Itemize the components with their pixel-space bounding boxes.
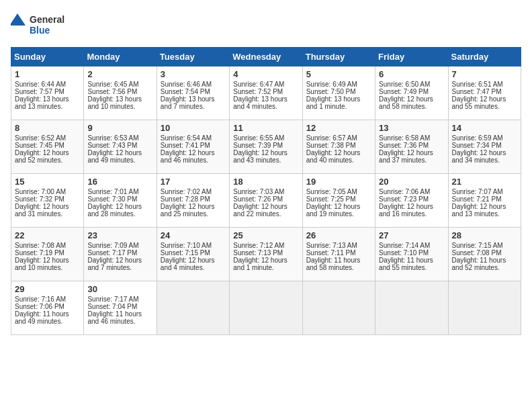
cell-text: and 55 minutes.	[379, 264, 444, 271]
calendar-cell: 11Sunrise: 6:55 AMSunset: 7:39 PMDayligh…	[230, 120, 302, 174]
calendar-cell: 25Sunrise: 7:12 AMSunset: 7:13 PMDayligh…	[230, 228, 302, 281]
calendar-cell: 3Sunrise: 6:46 AMSunset: 7:54 PMDaylight…	[157, 66, 229, 120]
day-number: 3	[161, 69, 226, 79]
cell-text: Daylight: 13 hours	[161, 95, 226, 103]
calendar-week-row: 29Sunrise: 7:16 AMSunset: 7:06 PMDayligh…	[11, 281, 521, 335]
calendar-week-row: 22Sunrise: 7:08 AMSunset: 7:19 PMDayligh…	[11, 228, 521, 281]
day-number: 7	[452, 69, 517, 79]
day-number: 26	[306, 230, 371, 240]
cell-text: Daylight: 13 hours	[87, 95, 152, 103]
calendar-cell: 7Sunrise: 6:51 AMSunset: 7:47 PMDaylight…	[448, 66, 521, 120]
cell-text: Sunset: 7:17 PM	[87, 249, 152, 257]
cell-text: Daylight: 12 hours	[161, 149, 226, 156]
cell-text: Sunrise: 7:13 AM	[306, 242, 371, 249]
cell-text: and 52 minutes.	[452, 264, 517, 271]
calendar-week-row: 15Sunrise: 7:00 AMSunset: 7:32 PMDayligh…	[11, 174, 521, 228]
cell-text: Sunrise: 6:47 AM	[233, 81, 298, 88]
cell-text: Sunrise: 6:44 AM	[15, 81, 80, 88]
weekday-header-sunday: Sunday	[11, 48, 84, 66]
cell-text: and 58 minutes.	[306, 264, 371, 271]
cell-text: and 7 minutes.	[87, 264, 152, 271]
cell-text: Sunrise: 6:59 AM	[452, 134, 517, 142]
svg-text:General: General	[30, 14, 64, 25]
day-number: 18	[233, 177, 298, 187]
day-number: 14	[452, 123, 517, 133]
calendar-cell	[302, 281, 375, 335]
cell-text: Sunrise: 6:57 AM	[306, 134, 371, 142]
cell-text: Sunset: 7:13 PM	[233, 249, 298, 257]
cell-text: and 22 minutes.	[233, 210, 298, 218]
cell-text: and 55 minutes.	[452, 103, 517, 110]
day-number: 21	[452, 177, 517, 187]
cell-text: Daylight: 13 hours	[15, 95, 80, 103]
cell-text: Sunset: 7:08 PM	[452, 249, 517, 257]
cell-text: Sunset: 7:15 PM	[161, 249, 226, 257]
calendar-cell	[157, 281, 229, 335]
cell-text: Sunrise: 6:50 AM	[379, 81, 444, 88]
cell-text: Sunrise: 7:09 AM	[87, 242, 152, 249]
cell-text: Daylight: 12 hours	[306, 203, 371, 210]
cell-text: Sunrise: 6:46 AM	[161, 81, 226, 88]
calendar-cell: 23Sunrise: 7:09 AMSunset: 7:17 PMDayligh…	[84, 228, 157, 281]
weekday-header-row: SundayMondayTuesdayWednesdayThursdayFrid…	[11, 48, 521, 66]
cell-text: and 49 minutes.	[87, 156, 152, 164]
cell-text: and 7 minutes.	[161, 103, 226, 110]
cell-text: Sunset: 7:49 PM	[379, 88, 444, 95]
cell-text: Sunset: 7:47 PM	[452, 88, 517, 95]
cell-text: Sunset: 7:11 PM	[306, 249, 371, 257]
cell-text: Daylight: 12 hours	[15, 203, 80, 210]
cell-text: and 37 minutes.	[379, 156, 444, 164]
cell-text: Daylight: 12 hours	[306, 149, 371, 156]
calendar-cell: 14Sunrise: 6:59 AMSunset: 7:34 PMDayligh…	[448, 120, 521, 174]
cell-text: Sunrise: 6:49 AM	[306, 81, 371, 88]
cell-text: Daylight: 11 hours	[87, 310, 152, 318]
weekday-header-tuesday: Tuesday	[157, 48, 229, 66]
cell-text: Daylight: 12 hours	[161, 257, 226, 264]
cell-text: Daylight: 12 hours	[379, 95, 444, 103]
day-number: 1	[15, 69, 80, 79]
cell-text: Daylight: 11 hours	[452, 257, 517, 264]
calendar-cell	[448, 281, 521, 335]
cell-text: Daylight: 12 hours	[233, 149, 298, 156]
day-number: 17	[161, 177, 226, 187]
cell-text: Sunrise: 6:53 AM	[87, 134, 152, 142]
cell-text: and 1 minute.	[233, 264, 298, 271]
cell-text: Sunrise: 7:16 AM	[15, 295, 80, 303]
cell-text: Sunrise: 7:15 AM	[452, 242, 517, 249]
cell-text: and 16 minutes.	[379, 210, 444, 218]
cell-text: Sunset: 7:45 PM	[15, 142, 80, 149]
cell-text: and 34 minutes.	[452, 156, 517, 164]
day-number: 15	[15, 177, 80, 187]
cell-text: Sunrise: 7:12 AM	[233, 242, 298, 249]
day-number: 8	[15, 123, 80, 133]
cell-text: Sunset: 7:54 PM	[161, 88, 226, 95]
page-header: General Blue	[11, 11, 521, 39]
calendar-cell: 30Sunrise: 7:17 AMSunset: 7:04 PMDayligh…	[84, 281, 157, 335]
cell-text: Sunset: 7:43 PM	[87, 142, 152, 149]
calendar-cell: 26Sunrise: 7:13 AMSunset: 7:11 PMDayligh…	[302, 228, 375, 281]
cell-text: Sunrise: 7:06 AM	[379, 188, 444, 195]
day-number: 24	[161, 230, 226, 240]
cell-text: Sunrise: 7:17 AM	[87, 295, 152, 303]
svg-marker-2	[11, 13, 26, 26]
calendar-cell: 12Sunrise: 6:57 AMSunset: 7:38 PMDayligh…	[302, 120, 375, 174]
day-number: 9	[87, 123, 152, 133]
cell-text: Daylight: 12 hours	[15, 257, 80, 264]
day-number: 13	[379, 123, 444, 133]
day-number: 23	[87, 230, 152, 240]
calendar-cell: 1Sunrise: 6:44 AMSunset: 7:57 PMDaylight…	[11, 66, 84, 120]
cell-text: and 10 minutes.	[15, 264, 80, 271]
cell-text: Sunset: 7:57 PM	[15, 88, 80, 95]
cell-text: Daylight: 13 hours	[233, 95, 298, 103]
cell-text: Sunrise: 7:05 AM	[306, 188, 371, 195]
cell-text: Sunrise: 7:00 AM	[15, 188, 80, 195]
day-number: 16	[87, 177, 152, 187]
cell-text: Sunrise: 6:55 AM	[233, 134, 298, 142]
cell-text: Daylight: 12 hours	[379, 203, 444, 210]
cell-text: and 13 minutes.	[15, 103, 80, 110]
cell-text: Sunset: 7:21 PM	[452, 195, 517, 203]
calendar-cell	[230, 281, 302, 335]
cell-text: Daylight: 12 hours	[452, 149, 517, 156]
day-number: 30	[87, 284, 152, 294]
calendar-cell: 19Sunrise: 7:05 AMSunset: 7:25 PMDayligh…	[302, 174, 375, 228]
